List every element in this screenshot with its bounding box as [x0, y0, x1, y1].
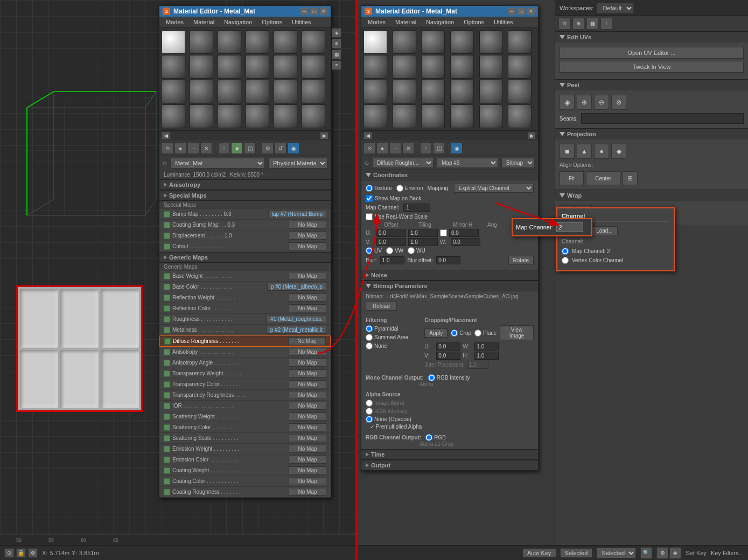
sphere-20[interactable] [190, 104, 213, 128]
diffuse-roughness-row[interactable]: Diffuse Roughness . . . . . . . No Map [159, 335, 331, 347]
sphere-r1[interactable] [363, 30, 387, 54]
sphere-7[interactable] [162, 55, 185, 79]
base-weight-checkbox[interactable] [164, 273, 170, 279]
blur-offset-input[interactable] [436, 256, 460, 264]
tool-btn-2[interactable]: ⊕ [332, 39, 341, 48]
sphere-r8[interactable] [393, 55, 416, 79]
map-type-select[interactable]: Bitmap [501, 158, 535, 168]
sphere-r11[interactable] [479, 55, 503, 79]
u-angle-input[interactable] [449, 229, 479, 237]
sphere-6[interactable] [302, 30, 325, 54]
rotate-btn[interactable]: Rotate [508, 256, 534, 265]
sphere-9[interactable] [218, 55, 241, 79]
emit-color-checkbox[interactable] [164, 457, 170, 463]
coat-color-map-btn[interactable]: No Map [289, 477, 326, 485]
mat-type-select[interactable]: Physical Material [268, 158, 327, 169]
map-slot-select[interactable]: Diffuse Roughn... [372, 158, 434, 168]
coat-rough-map-btn[interactable]: No Map [289, 488, 326, 496]
sphere-13[interactable] [162, 80, 185, 103]
aniso-angle-checkbox[interactable] [164, 360, 170, 366]
diff-roughness-checkbox[interactable] [164, 338, 171, 345]
status-icon-3[interactable]: ⊕ [28, 548, 38, 558]
pick-material-btn[interactable]: ⊙ [162, 142, 173, 154]
sphere-18[interactable] [302, 80, 325, 103]
menu-material-right[interactable]: Material [391, 18, 421, 26]
sphere-r5[interactable] [479, 30, 503, 54]
coat-weight-checkbox[interactable] [164, 467, 170, 474]
image-alpha-radio[interactable] [366, 400, 373, 407]
apply-btn[interactable]: Apply [424, 328, 448, 338]
menu-navigation-left[interactable]: Navigation [220, 18, 256, 26]
sphere-17[interactable] [274, 80, 297, 103]
coating-bump-map-btn[interactable]: No Map [289, 221, 326, 229]
sphere-r6[interactable] [508, 30, 532, 54]
selected-dropdown[interactable]: Selected [597, 548, 636, 558]
sphere-r23[interactable] [479, 104, 503, 128]
menu-modes-right[interactable]: Modes [363, 18, 390, 26]
reset-btn[interactable]: ↺ [275, 142, 286, 154]
mat-name-select[interactable]: Metal_Mat [170, 158, 265, 169]
sphere-r21[interactable] [421, 104, 445, 128]
rgb-intensity-alpha-radio[interactable] [366, 408, 373, 415]
section-anisotropy[interactable]: Anisotropy [159, 179, 331, 190]
emit-color-map-btn[interactable]: No Map [289, 456, 326, 464]
vertex-color-radio[interactable] [562, 257, 569, 264]
sphere-21[interactable] [218, 104, 241, 128]
status-icon-2[interactable]: 🔒 [16, 548, 26, 558]
search-btn[interactable]: 🔍 [640, 547, 652, 559]
map-channel-overlay-input[interactable] [556, 222, 583, 232]
projection-header[interactable]: Projection [555, 129, 748, 139]
diff-roughness-map-btn[interactable]: No Map [288, 337, 326, 345]
coat-rough-checkbox[interactable] [164, 489, 170, 495]
status-tool-1[interactable]: ⚙ [656, 547, 668, 559]
trans-weight-checkbox[interactable] [164, 370, 170, 377]
go-parent-btn-right[interactable]: ↑ [420, 142, 432, 154]
trans-rough-map-btn[interactable]: No Map [289, 391, 326, 399]
map-channel-radio[interactable] [562, 248, 569, 255]
roughness-checkbox[interactable] [164, 316, 170, 323]
metalness-checkbox[interactable] [164, 327, 170, 333]
sphere-r18[interactable] [508, 80, 532, 103]
scat-color-checkbox[interactable] [164, 424, 170, 431]
tool-btn-4[interactable]: ≡ [332, 60, 341, 70]
v-tiling-input[interactable] [408, 238, 438, 246]
menu-utilities-right[interactable]: Utilities [490, 18, 517, 26]
uv-tool-1[interactable]: ⊙ [558, 18, 570, 30]
load-btn[interactable]: Load... [591, 226, 618, 235]
section-bitmap-params[interactable]: Bitmap Parameters [361, 281, 538, 291]
uv-tool-3[interactable]: ▦ [586, 18, 598, 30]
section-noise[interactable]: Noise [361, 270, 538, 281]
sphere-24[interactable] [302, 104, 325, 128]
displacement-checkbox[interactable] [164, 233, 170, 239]
u-mirror-checkbox[interactable] [440, 229, 447, 236]
none-opaque-radio[interactable] [366, 416, 373, 423]
v-offset-input[interactable] [376, 238, 406, 246]
peel-tool-2[interactable]: ⊕ [577, 95, 592, 110]
menu-navigation-right[interactable]: Navigation [422, 18, 458, 26]
refl-color-checkbox[interactable] [164, 305, 170, 312]
metalness-map-btn[interactable]: p #2 (Metal_metallic.it [267, 326, 326, 334]
section-generic-maps[interactable]: Generic Maps [159, 252, 331, 263]
minimize-btn-right[interactable]: ─ [508, 8, 515, 15]
go-parent-btn[interactable]: ↑ [218, 142, 230, 154]
section-output[interactable]: Output [361, 460, 538, 471]
sphere-14[interactable] [190, 80, 213, 103]
menu-options-right[interactable]: Options [459, 18, 488, 26]
proj-tool-1[interactable]: ■ [560, 144, 575, 159]
pyramidal-radio[interactable] [366, 325, 373, 332]
u-offset-input[interactable] [376, 229, 406, 237]
peel-tool-4[interactable]: ⊗ [611, 95, 626, 110]
view-image-btn[interactable]: View Image [500, 325, 534, 340]
base-color-map-btn[interactable]: p #0 (Metal_albedo.jp [267, 283, 326, 291]
roughness-map-btn[interactable]: #1 (Metal_roughness. [267, 315, 326, 323]
close-btn-left[interactable]: ✕ [320, 8, 327, 15]
base-weight-map-btn[interactable]: No Map [289, 272, 326, 280]
scat-scale-checkbox[interactable] [164, 435, 170, 442]
menu-modes-left[interactable]: Modes [162, 18, 188, 26]
crop-w-input[interactable] [474, 342, 499, 351]
sphere-5[interactable] [274, 30, 297, 54]
nav-right-btn[interactable]: ▶ [320, 132, 328, 139]
uv-tool-2[interactable]: ⊕ [572, 18, 584, 30]
minimize-btn-left[interactable]: ─ [300, 8, 308, 15]
rgb-intensity-radio[interactable] [428, 374, 435, 381]
